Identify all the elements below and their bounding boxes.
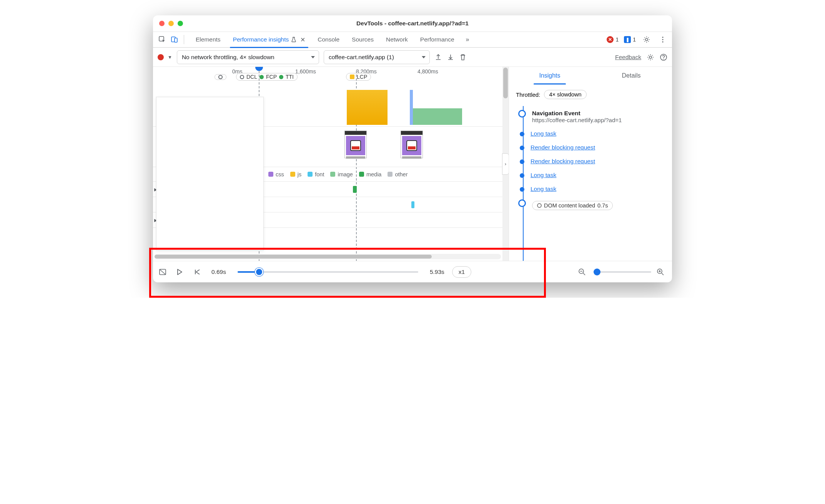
playback-time-end: 5.93s: [430, 269, 444, 275]
fcp-dot-icon: [259, 75, 264, 79]
settings-icon[interactable]: [641, 34, 652, 45]
tab-sources[interactable]: Sources: [346, 32, 380, 48]
lcp-square-icon: [350, 75, 354, 79]
tab-performance-insights[interactable]: Performance insights ✕: [227, 32, 312, 48]
tab-console[interactable]: Console: [311, 32, 346, 48]
sidebar-expand-icon[interactable]: ›: [502, 153, 509, 175]
close-tab-icon[interactable]: ✕: [300, 36, 305, 43]
insight-link[interactable]: Render blocking request: [531, 144, 595, 151]
throttled-info: Throttled: 4× slowdown: [509, 85, 672, 103]
messages-count: 1: [633, 36, 636, 43]
record-dropdown-icon[interactable]: ▼: [168, 55, 172, 60]
delete-icon[interactable]: [459, 53, 467, 61]
tab-performance[interactable]: Performance: [414, 32, 461, 48]
svg-point-6: [662, 41, 663, 42]
playback-bar: 0.69s 5.93s x1: [153, 261, 672, 282]
ring-icon: [537, 203, 542, 208]
page-select[interactable]: coffee-cart.netlify.app (1): [324, 50, 430, 64]
tab-label: Performance: [420, 36, 454, 43]
slider-knob[interactable]: [255, 268, 263, 276]
timeline-pane[interactable]: 0ms 1,600ms 3,200ms 4,800ms DCL FCP TTI: [153, 67, 509, 261]
insight-title: Navigation Event: [532, 110, 622, 117]
insight-nav-event[interactable]: Navigation Event https://coffee-cart.net…: [521, 110, 665, 123]
play-icon[interactable]: [176, 269, 186, 275]
insight-long-task[interactable]: Long task: [521, 172, 665, 179]
device-toolbar-icon[interactable]: [169, 34, 180, 45]
dcl-chip[interactable]: DOM content loaded 0.7s: [532, 201, 613, 210]
zoom-out-icon[interactable]: [578, 268, 588, 276]
tabs-list: Elements Performance insights ✕ Console …: [190, 32, 461, 48]
help-icon[interactable]: [660, 53, 667, 61]
marker-dcl-fcp-tti[interactable]: DCL FCP TTI: [236, 73, 298, 81]
rewind-icon[interactable]: [194, 269, 204, 275]
insight-link[interactable]: Render blocking request: [531, 158, 595, 165]
nav-icon: [218, 75, 223, 79]
marker-nav-start[interactable]: [215, 74, 226, 80]
throttling-select[interactable]: No network throttling, 4× slowdown: [177, 50, 319, 64]
insight-long-task[interactable]: Long task: [521, 130, 665, 137]
open-dot-icon: [240, 75, 244, 79]
playback-speed-button[interactable]: x1: [452, 266, 471, 278]
messages-badge[interactable]: ❚ 1: [624, 36, 636, 43]
message-icon: ❚: [624, 36, 631, 43]
zoom-slider[interactable]: [594, 271, 651, 273]
sidebar-tab-insights[interactable]: Insights: [509, 67, 590, 85]
throttled-label: Throttled:: [516, 91, 540, 98]
errors-count: 1: [615, 36, 619, 43]
errors-badge[interactable]: ✕ 1: [607, 36, 619, 43]
insight-dcl[interactable]: DOM content loaded 0.7s: [521, 199, 665, 210]
insight-link[interactable]: Long task: [531, 130, 556, 137]
zoom-in-icon[interactable]: [657, 268, 667, 276]
sidebar-tab-details[interactable]: Details: [590, 67, 672, 85]
throttled-value-chip[interactable]: 4× slowdown: [544, 90, 586, 99]
tab-bar: Elements Performance insights ✕ Console …: [153, 32, 672, 48]
insight-long-task[interactable]: Long task: [521, 186, 665, 192]
timeline-line: [523, 106, 524, 261]
swatch-icon: [359, 172, 364, 177]
horizontal-scrollbar[interactable]: [155, 254, 501, 259]
import-icon[interactable]: [447, 53, 454, 61]
toggle-visual-icon[interactable]: [158, 268, 168, 276]
zoom-knob[interactable]: [594, 269, 600, 275]
more-tabs-icon[interactable]: »: [462, 36, 473, 43]
marker-label: LCP: [357, 74, 367, 80]
page-label: coffee-cart.netlify.app (1): [329, 54, 394, 61]
insight-render-blocking[interactable]: Render blocking request: [521, 144, 665, 151]
export-icon[interactable]: [434, 53, 442, 61]
main-area: 0ms 1,600ms 3,200ms 4,800ms DCL FCP TTI: [153, 67, 672, 261]
overview-block: [412, 108, 462, 125]
legend-css: css: [268, 171, 284, 177]
minimize-window-button[interactable]: [168, 21, 174, 26]
tab-label: Elements: [196, 36, 221, 43]
swatch-icon: [308, 172, 313, 177]
legend-media: media: [359, 171, 382, 177]
tab-label: Performance insights: [233, 36, 289, 43]
maximize-window-button[interactable]: [178, 21, 183, 26]
filmstrip-thumbnail[interactable]: [401, 131, 423, 158]
resource-chip: [411, 201, 414, 208]
insight-link[interactable]: Long task: [531, 186, 556, 192]
playback-slider[interactable]: [238, 271, 418, 273]
tab-label: Network: [386, 36, 408, 43]
marker-lcp[interactable]: LCP: [346, 73, 371, 81]
svg-point-4: [662, 36, 663, 38]
marker-label: TTI: [286, 74, 294, 80]
filmstrip-thumbnail[interactable]: [344, 131, 367, 158]
feedback-link[interactable]: Feedback: [615, 54, 641, 61]
record-button[interactable]: [158, 54, 164, 60]
window-title: DevTools - coffee-cart.netlify.app/?ad=1: [153, 20, 672, 27]
kebab-menu-icon[interactable]: [657, 34, 668, 45]
close-window-button[interactable]: [159, 21, 165, 26]
overview-block: [410, 90, 413, 125]
chip-time: 0.7s: [597, 202, 608, 209]
insight-link[interactable]: Long task: [531, 172, 556, 179]
tab-network[interactable]: Network: [380, 32, 414, 48]
overview-block: [347, 90, 388, 125]
insight-render-blocking[interactable]: Render blocking request: [521, 158, 665, 165]
tab-elements[interactable]: Elements: [190, 32, 227, 48]
panel-settings-icon[interactable]: [647, 53, 654, 61]
zoom-sheet-overlay: [156, 97, 264, 250]
bullet-icon: [520, 159, 524, 164]
inspect-element-icon[interactable]: [157, 34, 168, 45]
bullet-open-icon: [518, 110, 526, 118]
